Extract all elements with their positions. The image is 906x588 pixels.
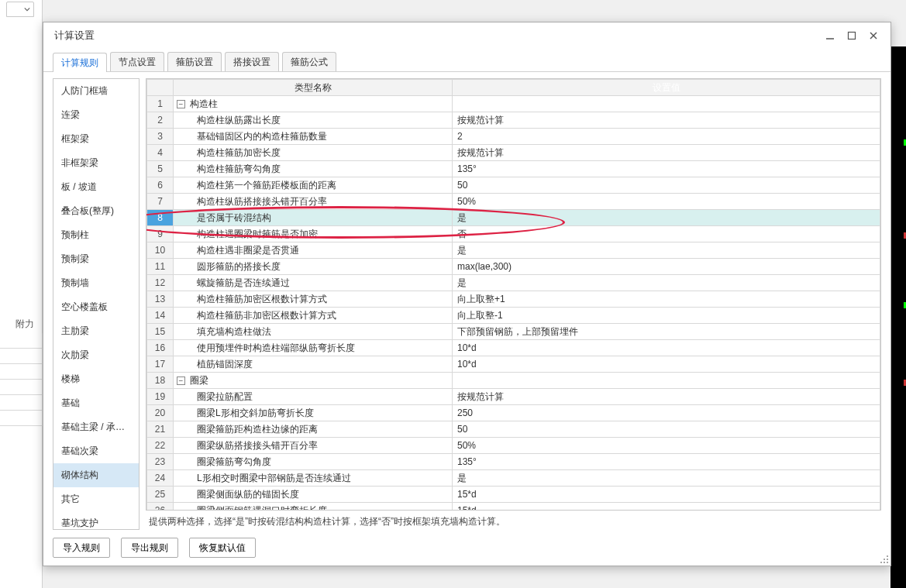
row-name-cell[interactable]: 圈梁箍筋距构造柱边缘的距离 <box>174 421 453 438</box>
sidebar-item-1[interactable]: 连梁 <box>53 103 139 127</box>
table-row[interactable]: 14构造柱箍筋非加密区根数计算方式向上取整-1 <box>147 308 880 324</box>
tab-3[interactable]: 搭接设置 <box>225 52 279 71</box>
row-value-cell[interactable]: 按规范计算 <box>453 389 880 405</box>
row-name-cell[interactable]: 构造柱箍筋非加密区根数计算方式 <box>174 308 453 324</box>
row-name-cell[interactable]: −圈梁 <box>174 373 453 389</box>
sidebar-item-0[interactable]: 人防门框墙 <box>53 79 139 103</box>
row-name-cell[interactable]: 圈梁拉筋配置 <box>174 389 453 405</box>
row-value-cell[interactable]: 135° <box>453 161 880 177</box>
tab-4[interactable]: 箍筋公式 <box>282 52 336 71</box>
table-row[interactable]: 4构造柱箍筋加密长度按规范计算 <box>147 145 880 161</box>
table-row[interactable]: 1−构造柱 <box>147 96 880 112</box>
sidebar-item-16[interactable]: 砌体结构 <box>53 463 139 487</box>
row-value-cell[interactable]: max(lae,300) <box>453 259 880 275</box>
row-name-cell[interactable]: 圈梁箍筋弯勾角度 <box>174 454 453 470</box>
table-row[interactable]: 8是否属于砖混结构是 <box>147 210 880 226</box>
category-sidebar[interactable]: 人防门框墙连梁框架梁非框架梁板 / 坡道叠合板(整厚)预制柱预制梁预制墙空心楼盖… <box>53 79 139 529</box>
row-name-cell[interactable]: 螺旋箍筋是否连续通过 <box>174 275 453 291</box>
sidebar-item-13[interactable]: 基础 <box>53 391 139 415</box>
sidebar-item-4[interactable]: 板 / 坡道 <box>53 175 139 199</box>
row-name-cell[interactable]: 植筋锚固深度 <box>174 356 453 373</box>
table-row[interactable]: 7构造柱纵筋搭接接头错开百分率50% <box>147 194 880 210</box>
table-row[interactable]: 2构造柱纵筋露出长度按规范计算 <box>147 112 880 129</box>
row-value-cell[interactable]: 否 <box>453 226 880 242</box>
table-row[interactable]: 20圈梁L形相交斜加筋弯折长度250 <box>147 405 880 421</box>
tab-2[interactable]: 箍筋设置 <box>167 52 222 71</box>
sidebar-item-11[interactable]: 次肋梁 <box>53 343 139 367</box>
table-row[interactable]: 19圈梁拉筋配置按规范计算 <box>147 389 880 405</box>
table-row[interactable]: 22圈梁纵筋搭接接头错开百分率50% <box>147 438 880 454</box>
row-name-cell[interactable]: 构造柱箍筋加密长度 <box>174 145 453 161</box>
table-row[interactable]: 21圈梁箍筋距构造柱边缘的距离50 <box>147 421 880 438</box>
col-header-name[interactable]: 类型名称 <box>174 80 453 96</box>
row-value-cell[interactable]: 50% <box>453 438 880 454</box>
tree-toggle-icon[interactable]: − <box>177 100 185 108</box>
sidebar-item-10[interactable]: 主肋梁 <box>53 319 139 343</box>
row-value-cell[interactable]: 是 <box>453 275 880 291</box>
row-value-cell[interactable]: 10*d <box>453 356 880 373</box>
row-value-cell[interactable]: 按规范计算 <box>453 112 880 129</box>
import-rules-button[interactable]: 导入规则 <box>53 538 110 558</box>
row-name-cell[interactable]: −构造柱 <box>174 96 453 112</box>
row-value-cell[interactable] <box>453 96 880 112</box>
row-name-cell[interactable]: 圈梁L形相交斜加筋弯折长度 <box>174 405 453 421</box>
row-value-cell[interactable]: 按规范计算 <box>453 145 880 161</box>
row-value-cell[interactable]: 50 <box>453 421 880 438</box>
row-value-cell[interactable] <box>453 373 880 389</box>
col-header-value[interactable]: 设置值 <box>453 80 880 96</box>
table-row[interactable]: 13构造柱箍筋加密区根数计算方式向上取整+1 <box>147 291 880 308</box>
row-name-cell[interactable]: 圈梁侧面纵筋的锚固长度 <box>174 487 453 503</box>
tab-0[interactable]: 计算规则 <box>53 53 107 72</box>
minimize-button[interactable] <box>819 26 841 46</box>
row-name-cell[interactable]: L形相交时圈梁中部钢筋是否连续通过 <box>174 470 453 487</box>
row-name-cell[interactable]: 填充墙构造柱做法 <box>174 324 453 340</box>
table-row[interactable]: 3基础锚固区内的构造柱箍筋数量2 <box>147 129 880 145</box>
table-row[interactable]: 18−圈梁 <box>147 373 880 389</box>
tree-toggle-icon[interactable]: − <box>177 377 185 385</box>
row-name-cell[interactable]: 构造柱箍筋加密区根数计算方式 <box>174 291 453 308</box>
row-value-cell[interactable]: 是 <box>453 210 880 226</box>
table-row[interactable]: 9构造柱遇圈梁时箍筋是否加密否 <box>147 226 880 242</box>
settings-grid[interactable]: 类型名称 设置值 1−构造柱2构造柱纵筋露出长度按规范计算3基础锚固区内的构造柱… <box>146 79 880 511</box>
table-row[interactable]: 12螺旋箍筋是否连续通过是 <box>147 275 880 291</box>
row-name-cell[interactable]: 构造柱遇非圈梁是否贯通 <box>174 242 453 259</box>
sidebar-item-15[interactable]: 基础次梁 <box>53 439 139 463</box>
row-name-cell[interactable]: 构造柱第一个箍筋距楼板面的距离 <box>174 177 453 194</box>
table-row[interactable]: 25圈梁侧面纵筋的锚固长度15*d <box>147 487 880 503</box>
sidebar-item-5[interactable]: 叠合板(整厚) <box>53 199 139 223</box>
table-row[interactable]: 11圆形箍筋的搭接长度max(lae,300) <box>147 259 880 275</box>
tab-1[interactable]: 节点设置 <box>110 52 164 71</box>
sidebar-item-12[interactable]: 楼梯 <box>53 367 139 391</box>
row-value-cell[interactable]: 250 <box>453 405 880 421</box>
sidebar-item-18[interactable]: 基坑支护 <box>53 511 139 529</box>
sidebar-item-14[interactable]: 基础主梁 / 承… <box>53 415 139 439</box>
row-name-cell[interactable]: 使用预埋件时构造柱端部纵筋弯折长度 <box>174 340 453 356</box>
row-name-cell[interactable]: 构造柱纵筋露出长度 <box>174 112 453 129</box>
row-value-cell[interactable]: 是 <box>453 242 880 259</box>
close-button[interactable] <box>863 26 884 46</box>
row-name-cell[interactable]: 圈梁纵筋搭接接头错开百分率 <box>174 438 453 454</box>
row-name-cell[interactable]: 基础锚固区内的构造柱箍筋数量 <box>174 129 453 145</box>
row-name-cell[interactable]: 圈梁侧面钢筋遇洞口时弯折长度 <box>174 503 453 511</box>
row-value-cell[interactable]: 50% <box>453 194 880 210</box>
row-value-cell[interactable]: 是 <box>453 470 880 487</box>
row-name-cell[interactable]: 构造柱纵筋搭接接头错开百分率 <box>174 194 453 210</box>
table-row[interactable]: 17植筋锚固深度10*d <box>147 356 880 373</box>
table-row[interactable]: 6构造柱第一个箍筋距楼板面的距离50 <box>147 177 880 194</box>
export-rules-button[interactable]: 导出规则 <box>121 538 178 558</box>
sidebar-item-2[interactable]: 框架梁 <box>53 127 139 151</box>
table-row[interactable]: 23圈梁箍筋弯勾角度135° <box>147 454 880 470</box>
row-value-cell[interactable]: 向上取整-1 <box>453 308 880 324</box>
row-name-cell[interactable]: 圆形箍筋的搭接长度 <box>174 259 453 275</box>
row-name-cell[interactable]: 构造柱遇圈梁时箍筋是否加密 <box>174 226 453 242</box>
table-row[interactable]: 15填充墙构造柱做法下部预留钢筋，上部预留埋件 <box>147 324 880 340</box>
table-row[interactable]: 26圈梁侧面钢筋遇洞口时弯折长度15*d <box>147 503 880 511</box>
maximize-button[interactable] <box>841 26 863 46</box>
row-name-cell[interactable]: 构造柱箍筋弯勾角度 <box>174 161 453 177</box>
resize-grip[interactable] <box>878 553 889 564</box>
row-value-cell[interactable]: 135° <box>453 454 880 470</box>
table-row[interactable]: 16使用预埋件时构造柱端部纵筋弯折长度10*d <box>147 340 880 356</box>
table-row[interactable]: 5构造柱箍筋弯勾角度135° <box>147 161 880 177</box>
row-value-cell[interactable]: 10*d <box>453 340 880 356</box>
sidebar-item-9[interactable]: 空心楼盖板 <box>53 295 139 319</box>
